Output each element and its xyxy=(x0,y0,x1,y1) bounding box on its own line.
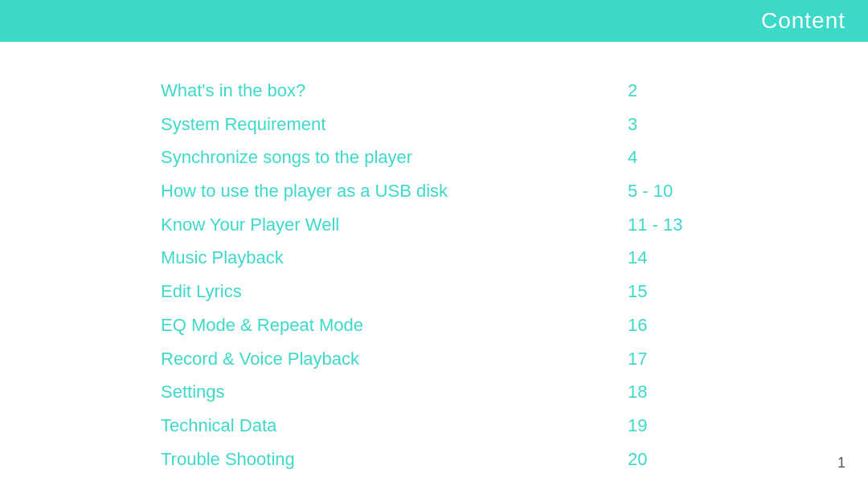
toc-item-label: How to use the player as a USB disk xyxy=(161,174,483,208)
toc-row: Music Playback14 xyxy=(161,241,707,275)
toc-item-page: 14 xyxy=(483,241,707,275)
toc-item-label: Music Playback xyxy=(161,241,483,275)
toc-item-page: 16 xyxy=(483,308,707,342)
toc-item-label: Technical Data xyxy=(161,409,483,443)
toc-row: How to use the player as a USB disk5 - 1… xyxy=(161,174,707,208)
toc-row: Settings18 xyxy=(161,375,707,409)
toc-row: Know Your Player Well11 - 13 xyxy=(161,208,707,242)
toc-row: Technical Data19 xyxy=(161,409,707,443)
toc-item-page: 4 xyxy=(483,141,707,174)
toc-item-label: Record & Voice Playback xyxy=(161,342,483,376)
toc-item-label: Know Your Player Well xyxy=(161,208,483,242)
toc-item-page: 20 xyxy=(483,443,707,476)
toc-item-page: 3 xyxy=(483,108,707,141)
toc-item-page: 17 xyxy=(483,342,707,376)
toc-item-label: EQ Mode & Repeat Mode xyxy=(161,308,483,342)
toc-row: Record & Voice Playback17 xyxy=(161,342,707,376)
toc-item-page: 15 xyxy=(483,275,707,308)
toc-row: System Requirement3 xyxy=(161,108,707,141)
content-area: What's in the box?2System Requirement3Sy… xyxy=(0,42,868,486)
toc-item-page: 19 xyxy=(483,409,707,443)
toc-row: Synchronize songs to the player4 xyxy=(161,141,707,174)
toc-row: Trouble Shooting20 xyxy=(161,443,707,476)
toc-item-label: System Requirement xyxy=(161,108,483,141)
toc-row: EQ Mode & Repeat Mode16 xyxy=(161,308,707,342)
toc-item-page: 11 - 13 xyxy=(483,208,707,242)
toc-item-label: Synchronize songs to the player xyxy=(161,141,483,174)
header-bar: Content xyxy=(0,0,868,42)
page-number: 1 xyxy=(837,455,845,472)
toc-item-page: 2 xyxy=(483,74,707,108)
toc-item-page: 5 - 10 xyxy=(483,174,707,208)
toc-item-label: What's in the box? xyxy=(161,74,483,108)
toc-item-page: 18 xyxy=(483,375,707,409)
toc-item-label: Edit Lyrics xyxy=(161,275,483,308)
toc-table: What's in the box?2System Requirement3Sy… xyxy=(161,74,707,476)
toc-item-label: Settings xyxy=(161,375,483,409)
header-title: Content xyxy=(761,8,845,34)
toc-row: Edit Lyrics15 xyxy=(161,275,707,308)
toc-item-label: Trouble Shooting xyxy=(161,443,483,476)
toc-row: What's in the box?2 xyxy=(161,74,707,108)
